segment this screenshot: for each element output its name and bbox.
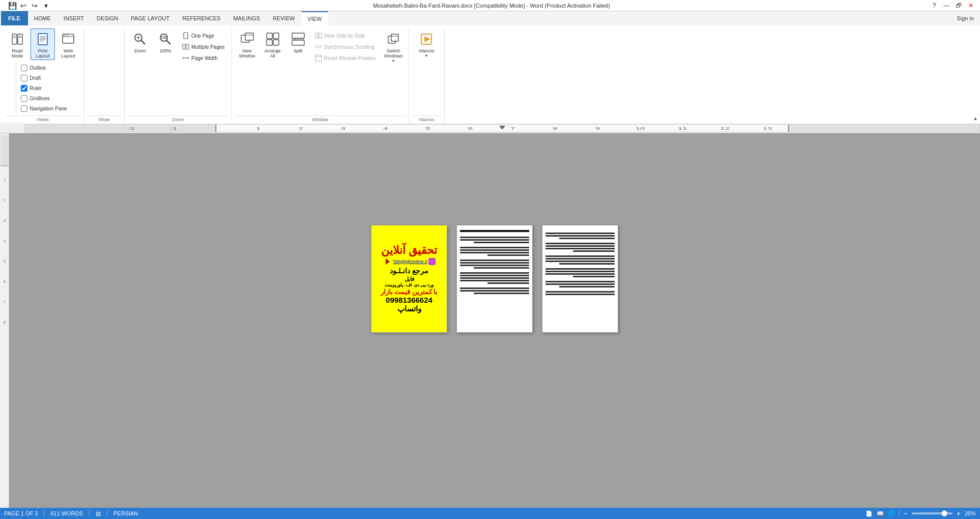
reset-window-position-button[interactable]: Reset Window Position	[312, 53, 379, 63]
print-layout-button[interactable]: PrintLayout	[31, 28, 55, 60]
draft-checkbox-row[interactable]: Draft	[18, 73, 69, 83]
ribbon-group-views: ReadMode PrintLayout	[2, 27, 84, 123]
read-mode-label: ReadMode	[12, 48, 23, 59]
ruler-checkbox[interactable]	[21, 85, 27, 92]
text-line	[573, 276, 615, 277]
close-button[interactable]: ✕	[966, 2, 976, 10]
read-mode-button[interactable]: ReadMode	[5, 28, 30, 60]
text-line	[460, 237, 529, 238]
sign-in-button[interactable]: Sign in	[950, 13, 980, 24]
vertical-ruler: 1 2 3 4 5 6 7 8	[0, 133, 9, 519]
tab-home[interactable]: HOME	[28, 11, 57, 25]
status-layout-icon[interactable]: ▤	[96, 510, 101, 517]
macros-button[interactable]: Macros ▾	[414, 28, 439, 60]
text-line	[545, 255, 615, 257]
gridlines-checkbox-row[interactable]: Gridlines	[18, 94, 69, 103]
one-page-button[interactable]: One Page	[180, 31, 227, 41]
status-read-mode-button[interactable]: 📖	[877, 510, 884, 517]
page-1-contact: 09981366624 واتساپ	[373, 296, 445, 313]
status-separator	[44, 510, 44, 517]
text-line	[545, 258, 615, 260]
save-button[interactable]: 💾	[7, 1, 17, 11]
tab-file[interactable]: FILE	[1, 11, 28, 25]
page-width-button[interactable]: Page Width	[180, 53, 227, 63]
view-side-by-side-button[interactable]: View Side by Side	[312, 31, 379, 41]
draft-checkbox[interactable]	[21, 75, 27, 81]
restore-button[interactable]: 🗗	[954, 2, 964, 10]
svg-rect-39	[315, 33, 318, 38]
text-line	[545, 291, 615, 293]
customize-quick-access-button[interactable]: ▾	[41, 1, 51, 11]
ruler-area: 1 2 3 4 5 6 7 8 9 10 11 12 13 -1 -2	[0, 123, 980, 133]
gridlines-checkbox[interactable]	[21, 95, 27, 102]
print-layout-label: PrintLayout	[36, 48, 49, 59]
switch-windows-arrow: ▾	[392, 59, 394, 63]
zoom-percent[interactable]: 20%	[965, 510, 976, 516]
web-layout-button[interactable]: WebLayout	[56, 28, 80, 60]
word-count: 611 WORDS	[50, 510, 83, 516]
zoom-slider[interactable]	[912, 512, 953, 514]
new-window-button[interactable]: NewWindow	[235, 28, 260, 60]
tab-view[interactable]: VIEW	[301, 11, 328, 25]
split-button[interactable]: Split	[286, 28, 310, 55]
view-side-by-side-label: View Side by Side	[324, 33, 365, 39]
text-line	[545, 245, 615, 247]
tab-mailings[interactable]: MAILINGS	[227, 11, 267, 25]
navigation-pane-checkbox[interactable]	[21, 105, 27, 112]
tab-page-layout[interactable]: PAGE LAYOUT	[125, 11, 176, 25]
svg-marker-47	[424, 36, 430, 42]
page-1-type1: فایل	[405, 275, 414, 282]
page-1-url: Tahghighonline.ir	[393, 259, 427, 264]
text-line	[545, 294, 615, 295]
text-line	[545, 261, 615, 262]
tab-review[interactable]: REVIEW	[267, 11, 301, 25]
collapse-ribbon-button[interactable]: ▲	[972, 114, 979, 122]
reset-window-position-icon	[315, 54, 322, 62]
tab-insert[interactable]: INSERT	[57, 11, 91, 25]
status-web-layout-button[interactable]: 🌐	[888, 510, 895, 517]
text-line	[460, 275, 529, 276]
ruler-checkbox-row[interactable]: Ruler	[18, 83, 69, 93]
svg-rect-6	[38, 34, 47, 45]
zoom-button[interactable]: Zoom	[128, 28, 152, 55]
ribbon: ReadMode PrintLayout	[0, 25, 980, 123]
tab-design[interactable]: DESIGN	[91, 11, 125, 25]
text-line	[460, 287, 529, 289]
tab-references[interactable]: REFERENCES	[176, 11, 227, 25]
zoom-in-button[interactable]: +	[957, 509, 961, 517]
svg-rect-44	[391, 34, 398, 41]
help-button[interactable]: ?	[929, 2, 939, 10]
outline-checkbox[interactable]	[21, 65, 27, 71]
zoom-group-label: Zoom	[128, 116, 228, 123]
switch-windows-button[interactable]: SwitchWindows ▾	[381, 28, 406, 65]
multiple-pages-button[interactable]: Multiple Pages	[180, 42, 227, 52]
synchronous-scrolling-button[interactable]: Synchronous Scrolling	[312, 42, 379, 52]
document-canvas[interactable]: تحقیق آنلاین Tahghighonline.ir مرجع دانـ…	[9, 133, 980, 519]
pages-container: تحقیق آنلاین Tahghighonline.ir مرجع دانـ…	[371, 225, 618, 333]
undo-button[interactable]: ↩	[18, 1, 28, 11]
zoom-label: Zoom	[134, 48, 146, 53]
text-line	[559, 286, 615, 287]
minimize-button[interactable]: —	[941, 2, 952, 10]
redo-button[interactable]: ↪	[30, 1, 40, 11]
gridlines-label: Gridlines	[30, 96, 49, 101]
arrow-icon	[382, 256, 392, 267]
text-line	[474, 242, 529, 243]
navigation-pane-checkbox-row[interactable]: Navigation Pane	[18, 104, 69, 113]
language: PERSIAN	[113, 510, 138, 516]
svg-marker-68	[499, 126, 505, 130]
svg-text:1: 1	[4, 178, 6, 182]
zoom-out-button[interactable]: −	[904, 509, 908, 517]
arrange-all-button[interactable]: ArrangeAll	[261, 28, 285, 60]
main-area: 1 2 3 4 5 6 7 8 تحقیق آنلاین Tahghighonl…	[0, 133, 980, 519]
text-line	[545, 271, 615, 272]
vertical-ruler-ticks: 1 2 3 4 5 6 7 8	[1, 135, 9, 441]
text-line	[460, 265, 529, 266]
svg-point-14	[66, 35, 67, 36]
text-line	[460, 262, 529, 264]
100percent-button[interactable]: 100 100%	[153, 28, 178, 55]
text-line	[545, 273, 615, 275]
status-print-layout-button[interactable]: 📄	[866, 510, 873, 517]
outline-checkbox-row[interactable]: Outline	[18, 63, 69, 73]
arrange-all-label: ArrangeAll	[265, 48, 281, 59]
